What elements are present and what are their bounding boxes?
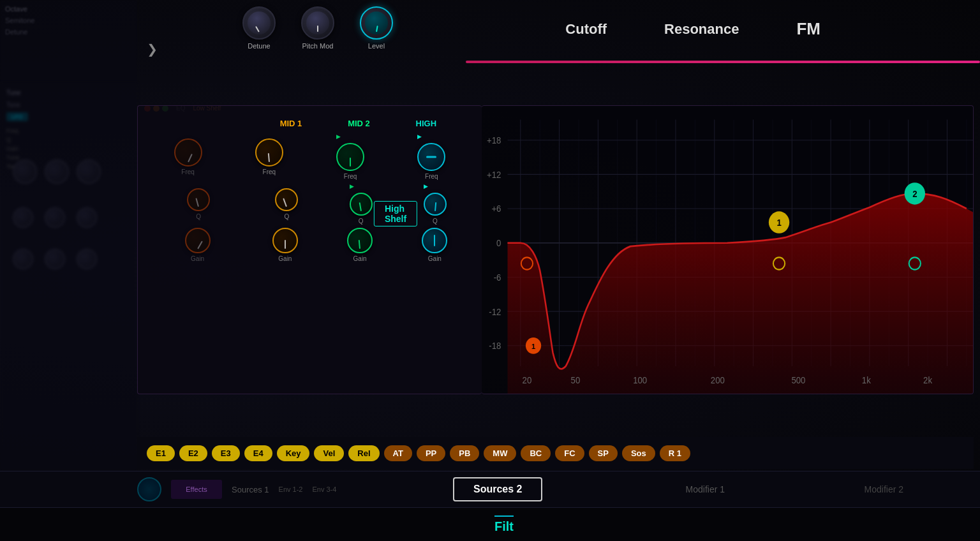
bottom-row: Filt bbox=[0, 508, 980, 541]
mid2-q-play-icon[interactable]: ▶ bbox=[350, 183, 354, 189]
svg-text:20: 20 bbox=[523, 376, 532, 385]
svg-text:2k: 2k bbox=[923, 376, 932, 385]
mid2-gain-knob[interactable] bbox=[347, 228, 373, 253]
svg-text:+18: +18 bbox=[487, 136, 501, 145]
sp-pill[interactable]: SP bbox=[589, 445, 618, 461]
band-labels-row: MID 1 MID 2 HIGH bbox=[147, 119, 472, 128]
high-play-icon[interactable]: ▶ bbox=[417, 133, 422, 140]
sources-knob[interactable] bbox=[137, 477, 161, 501]
resonance-label: Resonance bbox=[664, 21, 739, 38]
effects-label: Effects bbox=[186, 485, 207, 493]
mid2-freq-knob[interactable] bbox=[336, 143, 364, 171]
mid1-freq-knob[interactable] bbox=[255, 138, 283, 167]
high-q-knob[interactable] bbox=[424, 193, 447, 216]
svg-text:-18: -18 bbox=[489, 341, 501, 351]
filter-bottom-label: Filt bbox=[494, 515, 514, 534]
mid2-q-group: ▶ Q bbox=[350, 183, 373, 225]
high-q-group: ▶ Q bbox=[424, 183, 447, 225]
low-freq-group: Freq bbox=[174, 138, 202, 175]
bc-pill[interactable]: BC bbox=[521, 445, 551, 461]
rel-pill[interactable]: Rel bbox=[348, 445, 379, 461]
low-q-label: Q bbox=[196, 213, 201, 220]
modifier2-label: Modifier 2 bbox=[865, 484, 903, 494]
eq-fill-path bbox=[508, 193, 973, 394]
key-pill[interactable]: Key bbox=[277, 445, 310, 461]
detune-knob[interactable] bbox=[242, 6, 276, 40]
svg-text:1k: 1k bbox=[862, 376, 871, 385]
level-label: Level bbox=[368, 42, 385, 50]
vel-pill[interactable]: Vel bbox=[314, 445, 344, 461]
r1-pill[interactable]: R 1 bbox=[660, 445, 690, 461]
sos-pill[interactable]: Sos bbox=[622, 445, 655, 461]
left-panel-bg: Tune Tone LFO Freq Q Gain Tune Tone bbox=[0, 83, 137, 471]
pb-pill[interactable]: PB bbox=[450, 445, 479, 461]
mid2-label: MID 2 bbox=[348, 119, 370, 128]
level-knob-group: Level bbox=[360, 6, 393, 50]
sources-left-group: Effects Sources 1 Env 1-2 Env 3-4 bbox=[137, 477, 336, 501]
high-q-play-icon[interactable]: ▶ bbox=[424, 183, 428, 189]
high-gain-label: Gain bbox=[428, 255, 442, 262]
e2-pill[interactable]: E2 bbox=[179, 445, 207, 461]
fc-pill[interactable]: FC bbox=[555, 445, 584, 461]
mid1-label: MID 1 bbox=[280, 119, 302, 128]
high-freq-group: ▶ Freq bbox=[417, 133, 445, 180]
high-q-label: Q bbox=[433, 218, 438, 225]
pitch-mod-knob[interactable] bbox=[301, 6, 334, 40]
mid2-play-icon[interactable]: ▶ bbox=[336, 133, 341, 140]
low-q-knob[interactable] bbox=[187, 188, 210, 211]
filter-bottom-group: Filt bbox=[482, 508, 526, 541]
mid1-freq-group: Freq bbox=[255, 138, 283, 175]
env34-label: Env 3-4 bbox=[312, 485, 336, 493]
mid2-q-knob[interactable] bbox=[350, 193, 373, 216]
q-row: Q Q ▶ Q ▶ Q bbox=[147, 183, 472, 225]
pitch-mod-label: Pitch Mod bbox=[302, 42, 334, 50]
e3-pill[interactable]: E3 bbox=[212, 445, 240, 461]
top-curve-line bbox=[466, 61, 980, 63]
svg-text:-12: -12 bbox=[489, 307, 501, 316]
low-freq-label: Freq bbox=[181, 168, 195, 175]
mid1-gain-group: Gain bbox=[272, 228, 298, 262]
detune-knob-group: Detune bbox=[242, 6, 276, 50]
mid1-q-knob[interactable] bbox=[275, 188, 298, 211]
mw-pill[interactable]: MW bbox=[484, 445, 516, 461]
low-q-group: Q bbox=[173, 188, 224, 220]
at-pill[interactable]: AT bbox=[384, 445, 412, 461]
svg-text:+12: +12 bbox=[487, 170, 501, 179]
mid1-q-group: Q bbox=[275, 188, 298, 220]
sources2-container: Sources 2 bbox=[453, 477, 542, 501]
mid2-gain-group: Gain bbox=[347, 228, 373, 262]
svg-text:1: 1 bbox=[776, 218, 782, 228]
high-shelf-label[interactable]: High Shelf bbox=[374, 201, 417, 226]
svg-text:1: 1 bbox=[531, 343, 536, 350]
sources1-label: Sources 1 bbox=[232, 485, 269, 494]
modifier1-label: Modifier 1 bbox=[686, 484, 725, 494]
cutoff-label: Cutoff bbox=[565, 21, 607, 38]
effects-bg: Effects bbox=[171, 480, 222, 499]
mid1-q-label: Q bbox=[284, 213, 289, 220]
mid2-freq-label: Freq bbox=[344, 173, 357, 180]
back-arrow-icon[interactable]: ❮ bbox=[147, 41, 158, 57]
env12-label: Env 1-2 bbox=[279, 485, 303, 493]
sources2-button[interactable]: Sources 2 bbox=[453, 477, 542, 501]
eq-graph: +18 +12 +6 0 -6 -12 -18 20 50 100 200 50… bbox=[482, 105, 974, 394]
low-gain-knob[interactable] bbox=[185, 228, 211, 253]
pp-pill[interactable]: PP bbox=[417, 445, 445, 461]
level-knob[interactable] bbox=[360, 6, 393, 40]
mid2-gain-label: Gain bbox=[353, 255, 367, 262]
svg-text:0: 0 bbox=[496, 239, 501, 248]
mid1-gain-knob[interactable] bbox=[272, 228, 298, 253]
low-gain-label: Gain bbox=[191, 255, 204, 262]
mid2-freq-group: ▶ Freq bbox=[336, 133, 364, 180]
high-freq-label: Freq bbox=[425, 173, 438, 180]
high-freq-knob[interactable] bbox=[417, 143, 445, 171]
low-freq-knob[interactable] bbox=[174, 138, 202, 167]
high-gain-knob[interactable] bbox=[422, 228, 447, 253]
e4-pill[interactable]: E4 bbox=[244, 445, 272, 461]
e1-pill[interactable]: E1 bbox=[147, 445, 175, 461]
top-left-bg: Octave Semitone Detune bbox=[0, 0, 137, 83]
low-gain-group: Gain bbox=[172, 228, 223, 262]
svg-text:-6: -6 bbox=[494, 272, 501, 282]
freq-row: Freq Freq ▶ Freq ▶ Freq bbox=[147, 133, 472, 180]
svg-text:200: 200 bbox=[711, 376, 725, 385]
pitch-mod-knob-group: Pitch Mod bbox=[301, 6, 334, 50]
